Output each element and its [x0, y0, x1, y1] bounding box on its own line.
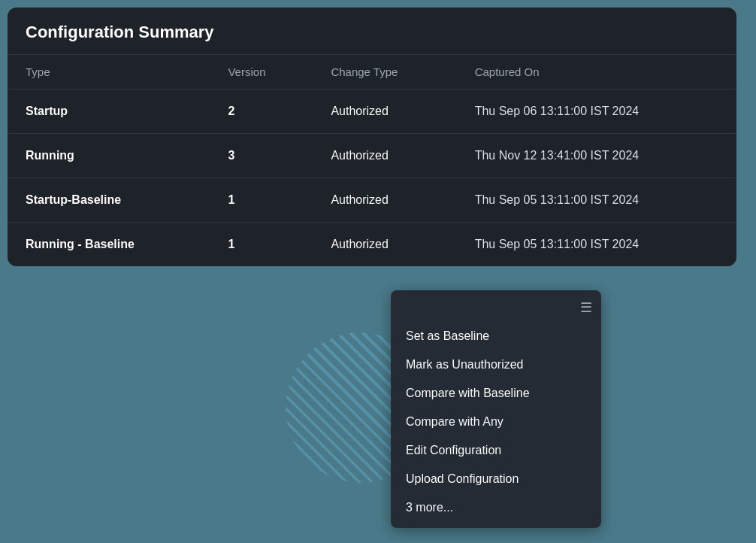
cell-change-type: Authorized: [313, 134, 456, 178]
table-row[interactable]: Running3AuthorizedThu Nov 12 13:41:00 IS…: [8, 134, 736, 178]
cell-type: Running - Baseline: [8, 223, 210, 267]
table-row[interactable]: Startup-Baseline1AuthorizedThu Sep 05 13…: [8, 178, 736, 223]
cell-type: Startup-Baseline: [8, 178, 210, 223]
panel-title: Configuration Summary: [8, 8, 736, 54]
menu-item[interactable]: Mark as Unauthorized: [391, 350, 601, 379]
cell-captured-on: Thu Sep 06 13:11:00 IST 2024: [457, 89, 736, 134]
cell-version: 1: [210, 178, 313, 223]
menu-dots-icon[interactable]: ☰: [580, 299, 592, 316]
table-header: Type Version Change Type Captured On: [8, 55, 736, 89]
cell-change-type: Authorized: [313, 89, 456, 134]
context-menu: ☰ Set as BaselineMark as UnauthorizedCom…: [391, 290, 601, 528]
cell-change-type: Authorized: [313, 223, 456, 267]
menu-item[interactable]: Edit Configuration: [391, 436, 601, 465]
cell-change-type: Authorized: [313, 178, 456, 223]
cell-captured-on: Thu Sep 05 13:11:00 IST 2024: [457, 178, 736, 223]
configuration-panel: Configuration Summary Type Version Chang…: [8, 8, 736, 266]
cell-captured-on: Thu Sep 05 13:11:00 IST 2024: [457, 223, 736, 267]
cell-type: Startup: [8, 89, 210, 134]
table-row[interactable]: Startup2AuthorizedThu Sep 06 13:11:00 IS…: [8, 89, 736, 134]
col-header-version: Version: [210, 55, 313, 89]
menu-item[interactable]: Upload Configuration: [391, 465, 601, 493]
col-header-captured-on: Captured On: [457, 55, 736, 89]
menu-item[interactable]: Set as Baseline: [391, 322, 601, 350]
cell-version: 2: [210, 89, 313, 134]
menu-item[interactable]: 3 more...: [391, 493, 601, 522]
cell-captured-on: Thu Nov 12 13:41:00 IST 2024: [457, 134, 736, 178]
col-header-change-type: Change Type: [313, 55, 456, 89]
table-body: Startup2AuthorizedThu Sep 06 13:11:00 IS…: [8, 89, 736, 267]
menu-items-container: Set as BaselineMark as UnauthorizedCompa…: [391, 322, 601, 522]
menu-item[interactable]: Compare with Any: [391, 408, 601, 436]
cell-version: 1: [210, 223, 313, 267]
context-menu-header: ☰: [391, 296, 601, 322]
configuration-table: Type Version Change Type Captured On Sta…: [8, 54, 736, 266]
table-row[interactable]: Running - Baseline1AuthorizedThu Sep 05 …: [8, 223, 736, 267]
cell-type: Running: [8, 134, 210, 178]
col-header-type: Type: [8, 55, 210, 89]
menu-item[interactable]: Compare with Baseline: [391, 379, 601, 408]
cell-version: 3: [210, 134, 313, 178]
